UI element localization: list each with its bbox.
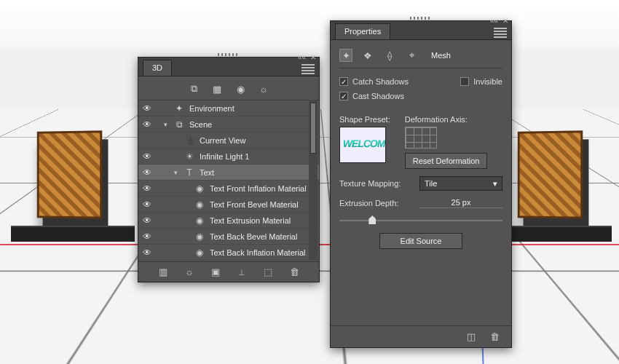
visibility-eye-icon[interactable]: 👁: [141, 199, 153, 210]
visibility-eye-icon[interactable]: 👁: [141, 215, 153, 226]
tree-row[interactable]: 👁◉Text Front Bevel Material: [138, 197, 319, 213]
tree-item-label: Scene: [189, 120, 212, 129]
panel-menu-icon[interactable]: [301, 63, 315, 76]
panel-close-icon[interactable]: ✕: [310, 53, 316, 61]
tree-item-icon: ◉: [194, 232, 205, 242]
plane-icon[interactable]: ⬚: [261, 266, 275, 279]
texture-mapping-label: Texture Mapping:: [339, 179, 419, 188]
tree-item-label: Text Back Bevel Material: [210, 232, 297, 241]
shape-preset-thumb[interactable]: WELCOM: [339, 127, 386, 163]
trash-icon[interactable]: 🗑: [488, 331, 501, 344]
tree-caret-icon[interactable]: ▾: [162, 121, 169, 128]
deform-axis-grid[interactable]: [405, 127, 437, 149]
tree-caret-icon[interactable]: ▾: [172, 169, 179, 176]
tree-item-icon: 🎥: [184, 135, 195, 146]
catch-shadows-label: Catch Shadows: [352, 77, 409, 86]
panel-3d[interactable]: «« ✕ 3D ⧉ ▦ ◉ ☼ 👁✦Environment👁▾⧉Scene🎥Cu…: [138, 57, 320, 282]
reset-deformation-label: Reset Deformation: [413, 157, 480, 165]
tab-3d[interactable]: 3D: [143, 60, 172, 76]
tree-item-label: Text Front Bevel Material: [210, 200, 299, 209]
mode-deform-icon[interactable]: ❖: [361, 49, 374, 62]
tree-item-icon: T: [184, 167, 195, 178]
tree-item-label: Environment: [189, 104, 234, 113]
tree-row[interactable]: 👁✦Environment: [138, 100, 319, 116]
extrusion-depth-label: Extrusion Depth:: [339, 199, 419, 207]
tree-item-icon: ◉: [194, 248, 205, 258]
tree-item-label: Text Extrusion Material: [210, 216, 291, 225]
mode-label: Mesh: [431, 51, 451, 60]
visibility-eye-icon[interactable]: 👁: [141, 119, 153, 130]
trash-icon[interactable]: 🗑: [288, 266, 301, 279]
filter-row: ⧉ ▦ ◉ ☼: [138, 76, 319, 100]
tab-properties[interactable]: Properties: [335, 23, 390, 39]
tree-item-icon: ◉: [194, 199, 205, 210]
tree-row[interactable]: 🎥Current View: [138, 132, 319, 149]
new-light-icon[interactable]: ☼: [183, 266, 196, 279]
visibility-eye-icon[interactable]: 👁: [141, 151, 153, 162]
tree-row[interactable]: 👁◉Text Front Inflation Material: [138, 181, 319, 197]
visibility-eye-icon[interactable]: 👁: [141, 248, 153, 258]
tree-row[interactable]: 👁▾⧉Scene: [138, 116, 319, 132]
panel-3d-footer: ▥ ☼ ▣ ⟂ ⬚ 🗑: [138, 261, 319, 282]
ground-icon[interactable]: ⟂: [235, 266, 248, 279]
visibility-eye-icon[interactable]: 👁: [141, 183, 153, 194]
tree-row[interactable]: 👁◉Text Extrusion Material: [138, 213, 319, 229]
tree-item-label: Text: [200, 168, 214, 177]
panel-menu-icon[interactable]: [494, 26, 507, 39]
extrusion-depth-value[interactable]: 25 px: [419, 198, 502, 208]
tree-item-label: Current View: [200, 136, 245, 145]
tree-row[interactable]: 👁▾TText: [138, 165, 319, 181]
panel-collapse-icon[interactable]: ««: [490, 17, 498, 25]
filter-mesh-icon[interactable]: ▦: [210, 82, 224, 95]
tree-row[interactable]: 👁◉Text Back Bevel Material: [138, 229, 319, 245]
mode-coords-icon[interactable]: ⌖: [405, 49, 418, 62]
tab-3d-label: 3D: [152, 63, 162, 72]
tree-item-icon: ☀: [184, 151, 195, 162]
reset-deformation-button[interactable]: Reset Deformation: [405, 153, 488, 169]
filter-lights-icon[interactable]: ☼: [257, 82, 270, 95]
panel-drag-handle[interactable]: [218, 53, 240, 56]
edit-source-button[interactable]: Edit Source: [379, 233, 463, 249]
tree-item-label: Infinite Light 1: [200, 152, 250, 161]
texture-mapping-value: Tile: [425, 179, 437, 188]
visibility-eye-icon[interactable]: 👁: [141, 232, 153, 242]
tree-row[interactable]: 👁◉Text Back Inflation Material: [138, 245, 319, 261]
tree-item-icon: ✦: [173, 103, 185, 114]
tree-row[interactable]: 👁☀Infinite Light 1: [138, 149, 319, 165]
edit-source-label: Edit Source: [401, 237, 442, 245]
render-icon[interactable]: ▥: [157, 266, 170, 279]
new-camera-icon[interactable]: ▣: [209, 266, 222, 279]
tree-scrollbar[interactable]: [309, 100, 318, 260]
scene-tree[interactable]: 👁✦Environment👁▾⧉Scene🎥Current View👁☀Infi…: [138, 100, 319, 264]
filter-materials-icon[interactable]: ◉: [234, 82, 247, 95]
render-selection-icon[interactable]: ◫: [465, 331, 478, 344]
tree-item-icon: ◉: [194, 183, 205, 194]
tree-item-icon: ◉: [194, 215, 205, 226]
mode-cap-icon[interactable]: ⟠: [383, 49, 396, 62]
shape-preset-text: WELCOM: [342, 138, 386, 149]
visibility-eye-icon[interactable]: 👁: [141, 167, 153, 178]
tree-item-label: Text Front Inflation Material: [210, 184, 307, 193]
mode-mesh-icon[interactable]: ✦: [339, 49, 352, 62]
invisible-check[interactable]: Invisible: [460, 77, 502, 86]
chevron-down-icon: ▾: [493, 179, 497, 189]
panel-close-icon[interactable]: ✕: [502, 17, 508, 25]
visibility-eye-icon[interactable]: 👁: [141, 103, 153, 114]
ground-slab: [11, 226, 135, 242]
shape-preset-label: Shape Preset:: [339, 115, 390, 124]
catch-shadows-check[interactable]: ✓ Catch Shadows: [339, 77, 409, 86]
invisible-label: Invisible: [473, 77, 502, 86]
tab-properties-label: Properties: [344, 27, 381, 36]
panel-properties[interactable]: «« ✕ Properties ✦ ❖ ⟠ ⌖ Mesh ✓ Catch Sha…: [330, 20, 512, 348]
properties-footer: ◫ 🗑: [331, 325, 511, 347]
panel-collapse-icon[interactable]: ««: [298, 53, 306, 61]
panel-drag-handle[interactable]: [410, 17, 432, 20]
cast-shadows-check[interactable]: ✓ Cast Shadows: [339, 92, 502, 100]
tree-item-icon: ⧉: [173, 119, 185, 130]
tree-item-label: Text Back Inflation Material: [210, 248, 305, 257]
filter-layers-icon[interactable]: ⧉: [187, 82, 200, 95]
texture-mapping-select[interactable]: Tile ▾: [419, 176, 502, 191]
cast-shadows-label: Cast Shadows: [352, 92, 404, 100]
tree-scroll-thumb[interactable]: [310, 103, 316, 154]
extrusion-depth-slider[interactable]: [339, 215, 502, 226]
